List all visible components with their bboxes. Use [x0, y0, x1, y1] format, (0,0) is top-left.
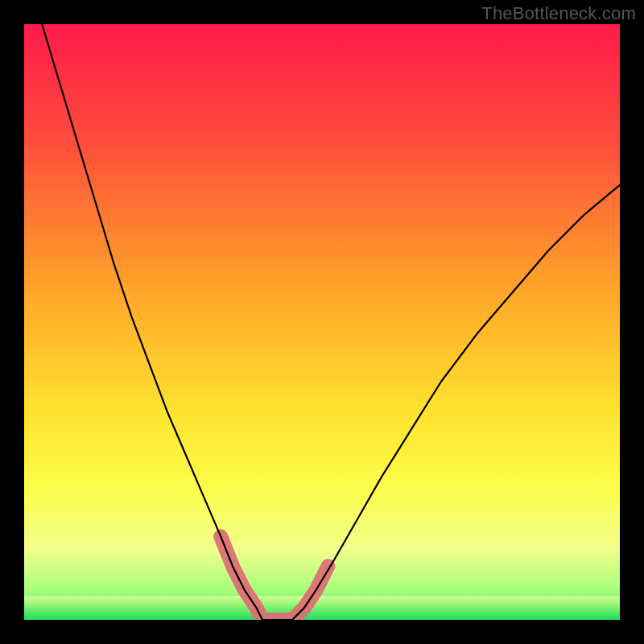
bottleneck-chart-svg [24, 24, 620, 620]
chart-frame: TheBottleneck.com [0, 0, 644, 644]
watermark-text: TheBottleneck.com [481, 3, 636, 24]
green-bottom-band [24, 596, 620, 620]
plot-area [24, 24, 620, 620]
gradient-background [24, 24, 620, 620]
